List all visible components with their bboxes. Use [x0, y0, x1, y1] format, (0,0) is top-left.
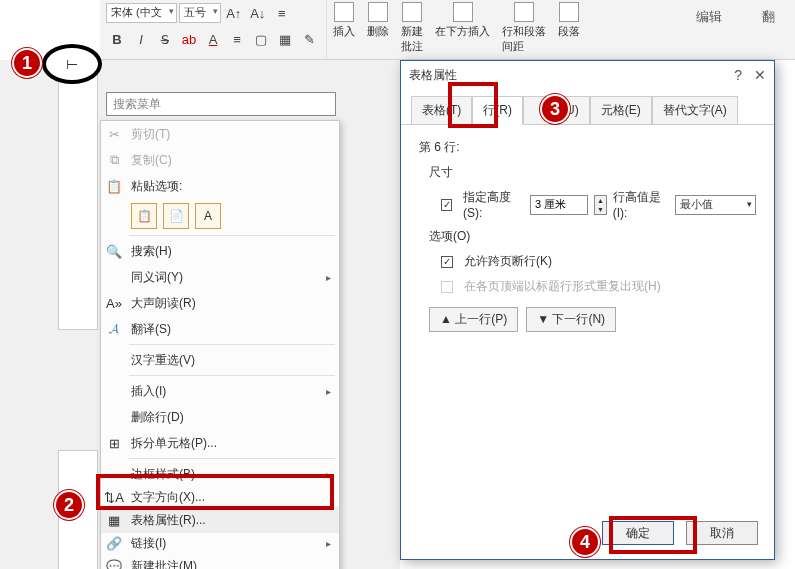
tab-table[interactable]: 表格(T) — [411, 96, 472, 125]
dialog-tabs: 表格(T) 行(R) 列(U) 元格(E) 替代文字(A) — [401, 89, 774, 125]
delete-icon — [368, 2, 388, 22]
ctx-split-cell[interactable]: ⊞拆分单元格(P)... — [101, 430, 339, 456]
ctx-synonym[interactable]: 同义词(Y)▸ — [101, 264, 339, 290]
insert-icon — [334, 2, 354, 22]
page — [58, 60, 98, 330]
font-name-dropdown[interactable]: 宋体 (中文 — [106, 3, 177, 23]
insert-below-icon — [453, 2, 473, 22]
read-aloud-icon: A» — [105, 294, 123, 312]
close-icon[interactable]: ✕ — [754, 67, 766, 83]
specify-height-label: 指定高度(S): — [463, 189, 524, 220]
paste-option-2[interactable]: 📄 — [163, 203, 189, 229]
next-row-button[interactable]: ▼ 下一行(N) — [526, 307, 616, 332]
callout-3: 3 — [540, 94, 570, 124]
allow-break-label: 允许跨页断行(K) — [464, 253, 552, 270]
options-label: 选项(O) — [429, 228, 756, 245]
cursor-highlight: ⊢ — [42, 44, 102, 84]
increase-font-icon[interactable]: A↑ — [223, 2, 245, 24]
bold-icon[interactable]: B — [106, 28, 128, 50]
callout-1: 1 — [12, 48, 42, 78]
link-icon: 🔗 — [105, 534, 123, 552]
ctx-search[interactable]: 🔍搜索(H) — [101, 238, 339, 264]
highlight-icon[interactable]: ab — [178, 28, 200, 50]
row-height-is-label: 行高值是(I): — [613, 189, 670, 220]
callout-2: 2 — [54, 490, 84, 520]
format-painter-icon[interactable]: ✎ — [298, 28, 320, 50]
cut-icon: ✂ — [105, 125, 123, 143]
tab-row[interactable]: 行(R) — [472, 96, 523, 125]
delete-button[interactable]: 删除 — [361, 0, 395, 59]
cancel-button[interactable]: 取消 — [686, 521, 758, 545]
ctx-new-comment[interactable]: 💬新建批注(M) — [101, 553, 339, 569]
strike-icon[interactable]: S̶ — [154, 28, 176, 50]
shading-icon[interactable]: ▢ — [250, 28, 272, 50]
list-icon[interactable]: ≡ — [271, 2, 293, 24]
new-comment-button[interactable]: 新建 批注 — [395, 0, 429, 59]
paste-option-1[interactable]: 📋 — [131, 203, 157, 229]
dialog-title-bar: 表格属性 ? ✕ — [401, 61, 774, 89]
ctx-delete-row[interactable]: 删除行(D) — [101, 404, 339, 430]
ctx-border-style[interactable]: 边框样式(B)▸ — [101, 461, 339, 487]
tab-edit[interactable]: 编辑 — [696, 8, 722, 26]
border-icon[interactable]: ▦ — [274, 28, 296, 50]
tab-alt-text[interactable]: 替代文字(A) — [652, 96, 738, 125]
comment-icon: 💬 — [105, 557, 123, 569]
dialog-title: 表格属性 — [409, 67, 457, 84]
specify-height-checkbox[interactable]: ✓ — [441, 199, 452, 211]
ctx-cut: ✂剪切(T) — [101, 121, 339, 147]
ctx-link[interactable]: 🔗链接(I)▸ — [101, 533, 339, 553]
ctx-table-properties[interactable]: ▦表格属性(R)... — [101, 507, 339, 533]
paragraph-icon — [559, 2, 579, 22]
split-cell-icon: ⊞ — [105, 434, 123, 452]
paste-options: 📋 📄 A — [101, 199, 339, 233]
italic-icon[interactable]: I — [130, 28, 152, 50]
table-props-icon: ▦ — [105, 511, 123, 529]
new-comment-icon — [402, 2, 422, 22]
copy-icon: ⧉ — [105, 151, 123, 169]
paste-icon: 📋 — [105, 177, 123, 195]
ctx-paste-header: 📋粘贴选项: — [101, 173, 339, 199]
ctx-copy: ⧉复制(C) — [101, 147, 339, 173]
size-label: 尺寸 — [429, 164, 756, 181]
font-size-dropdown[interactable]: 五号 — [179, 3, 221, 23]
prev-row-button[interactable]: ▲ 上一行(P) — [429, 307, 518, 332]
callout-4: 4 — [570, 527, 600, 557]
text-direction-icon: ⇅A — [105, 488, 123, 506]
decrease-font-icon[interactable]: A↓ — [247, 2, 269, 24]
ctx-insert[interactable]: 插入(I)▸ — [101, 378, 339, 404]
menu-search-input[interactable]: 搜索菜单 — [106, 92, 336, 116]
align-icon[interactable]: ≡ — [226, 28, 248, 50]
insert-below-button[interactable]: 在下方插入 — [429, 0, 496, 59]
translate-icon: 𝓐 — [105, 320, 123, 338]
font-color-icon[interactable]: A — [202, 28, 224, 50]
ctx-text-direction[interactable]: ⇅A文字方向(X)... — [101, 487, 339, 507]
ok-button[interactable]: 确定 — [602, 521, 674, 545]
context-menu: ✂剪切(T) ⧉复制(C) 📋粘贴选项: 📋 📄 A 🔍搜索(H) 同义词(Y)… — [100, 120, 340, 569]
ctx-hanzi[interactable]: 汉字重选(V) — [101, 347, 339, 373]
insert-button[interactable]: 插入 — [327, 0, 361, 59]
help-icon[interactable]: ? — [734, 67, 742, 83]
paragraph-button[interactable]: 段落 — [552, 0, 586, 59]
repeat-header-label: 在各页顶端以标题行形式重复出现(H) — [464, 278, 661, 295]
ribbon: 宋体 (中文 五号 A↑ A↓ ≡ B I S̶ ab A ≡ ▢ ▦ ✎ 插入… — [100, 0, 795, 60]
row-spacing-button[interactable]: 行和段落 间距 — [496, 0, 552, 59]
table-properties-dialog: 表格属性 ? ✕ 表格(T) 行(R) 列(U) 元格(E) 替代文字(A) 第… — [400, 60, 775, 560]
height-spinner[interactable]: ▲▼ — [594, 195, 607, 215]
row-spacing-icon — [514, 2, 534, 22]
paste-option-3[interactable]: A — [195, 203, 221, 229]
tab-cell[interactable]: 元格(E) — [590, 96, 652, 125]
tab-translate[interactable]: 翻 — [762, 8, 775, 26]
search-icon: 🔍 — [105, 242, 123, 260]
ribbon-tabs: 编辑 翻 — [696, 8, 775, 26]
repeat-header-checkbox — [441, 281, 453, 293]
row-info-label: 第 6 行: — [419, 139, 756, 156]
height-input[interactable] — [530, 195, 588, 215]
allow-break-checkbox[interactable]: ✓ — [441, 256, 453, 268]
ctx-read-aloud[interactable]: A»大声朗读(R) — [101, 290, 339, 316]
row-height-mode-select[interactable]: 最小值 — [675, 195, 756, 215]
ctx-translate[interactable]: 𝓐翻译(S) — [101, 316, 339, 342]
